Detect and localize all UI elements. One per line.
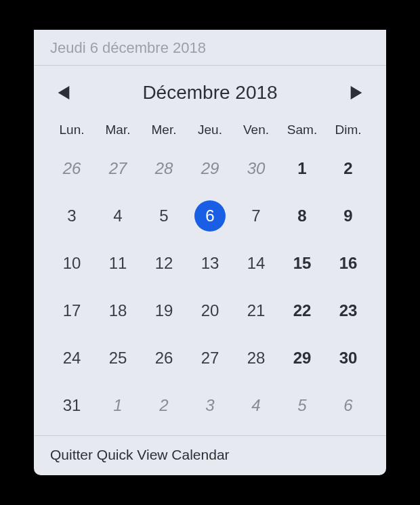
current-date-label: Jeudi 6 décembre 2018 [50,39,370,57]
weekday-header: Jeu. [187,118,233,141]
day-cell[interactable]: 3 [187,389,233,422]
day-cell[interactable]: 7 [233,200,279,232]
day-cell[interactable]: 30 [233,152,279,185]
day-cell[interactable]: 29 [279,342,325,374]
day-cell[interactable]: 2 [325,152,371,185]
day-cell[interactable]: 14 [233,247,279,280]
day-cell[interactable]: 31 [49,389,95,422]
chevron-right-icon [350,86,362,100]
next-month-button[interactable] [348,85,364,101]
calendar-grid: Lun.Mar.Mer.Jeu.Ven.Sam.Dim. 26272829301… [34,112,386,435]
day-cell[interactable]: 19 [141,294,187,327]
day-cell[interactable]: 25 [95,342,141,374]
days-grid: 2627282930123456789101112131415161718192… [49,152,371,422]
day-cell[interactable]: 28 [233,342,279,374]
weekday-header: Lun. [49,118,95,141]
day-cell[interactable]: 3 [49,200,95,232]
day-cell[interactable]: 5 [279,389,325,422]
day-cell[interactable]: 22 [279,294,325,327]
day-cell[interactable]: 17 [49,294,95,327]
day-cell[interactable]: 20 [187,294,233,327]
prev-month-button[interactable] [56,85,72,101]
chevron-left-icon [58,86,70,100]
day-cell[interactable]: 30 [325,342,371,374]
calendar-panel: Jeudi 6 décembre 2018 Décembre 2018 Lun.… [34,30,386,475]
day-cell[interactable]: 13 [187,247,233,280]
day-cell[interactable]: 12 [141,247,187,280]
weekday-header: Mar. [95,118,141,141]
day-cell[interactable]: 2 [141,389,187,422]
day-cell[interactable]: 29 [187,152,233,185]
day-cell[interactable]: 10 [49,247,95,280]
day-cell[interactable]: 26 [49,152,95,185]
day-cell[interactable]: 26 [141,342,187,374]
day-cell[interactable]: 16 [325,247,371,280]
day-cell[interactable]: 1 [279,152,325,185]
day-cell[interactable]: 21 [233,294,279,327]
day-cell[interactable]: 18 [95,294,141,327]
day-cell[interactable]: 28 [141,152,187,185]
weekday-header: Sam. [279,118,325,141]
day-cell[interactable]: 1 [95,389,141,422]
day-cell[interactable]: 11 [95,247,141,280]
day-cell[interactable]: 27 [187,342,233,374]
day-cell[interactable]: 5 [141,200,187,232]
day-cell[interactable]: 24 [49,342,95,374]
footer: Quitter Quick View Calendar [34,435,386,475]
weekday-header-row: Lun.Mar.Mer.Jeu.Ven.Sam.Dim. [49,118,371,141]
weekday-header: Dim. [325,118,371,141]
day-cell[interactable]: 9 [325,200,371,232]
month-navigation: Décembre 2018 [34,66,386,112]
day-cell[interactable]: 27 [95,152,141,185]
svg-marker-0 [58,86,70,100]
weekday-header: Ven. [233,118,279,141]
day-cell[interactable]: 4 [95,200,141,232]
day-cell[interactable]: 6 [325,389,371,422]
svg-marker-1 [351,86,362,100]
quit-button[interactable]: Quitter Quick View Calendar [50,447,370,463]
day-cell[interactable]: 4 [233,389,279,422]
day-cell[interactable]: 23 [325,294,371,327]
weekday-header: Mer. [141,118,187,141]
day-cell[interactable]: 8 [279,200,325,232]
day-cell[interactable]: 15 [279,247,325,280]
header: Jeudi 6 décembre 2018 [34,30,386,66]
month-year-label: Décembre 2018 [142,82,277,104]
day-cell-today[interactable]: 6 [187,200,233,232]
